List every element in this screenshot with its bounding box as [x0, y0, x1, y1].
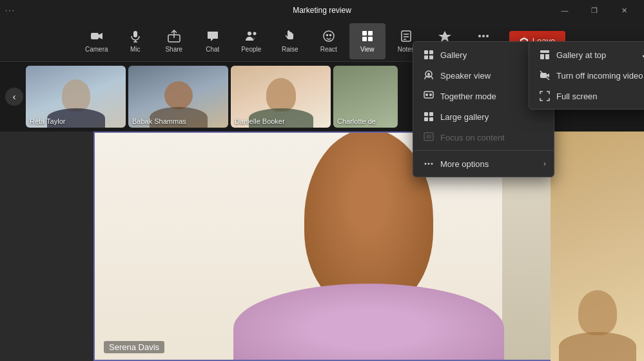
svg-rect-45	[545, 54, 549, 59]
thumbnail-2[interactable]: Babak Shammas	[128, 66, 228, 128]
svg-rect-34	[424, 112, 428, 116]
title-bar: ··· Marketing review — ❐ ✕	[0, 0, 644, 21]
mic-label: Mic	[130, 46, 141, 53]
main-video-label: Serena Davis	[104, 341, 164, 353]
title-bar-dots: ···	[5, 6, 15, 15]
menu-item-focus: Focus on content	[413, 127, 554, 148]
turn-off-video-icon	[540, 70, 550, 81]
toolbar-camera[interactable]: Camera	[79, 23, 115, 59]
svg-rect-13	[368, 31, 373, 35]
svg-point-40	[425, 163, 427, 165]
toolbar-raise[interactable]: Raise	[272, 23, 308, 59]
window-controls: — ❐ ✕	[550, 0, 639, 21]
svg-rect-44	[540, 54, 544, 59]
chat-label: Chat	[206, 46, 219, 53]
chat-icon	[206, 30, 219, 44]
svg-point-32	[425, 93, 428, 96]
gallery-top-checkmark: ✓	[641, 50, 644, 60]
menu-item-turn-off-video[interactable]: Turn off incoming video	[529, 65, 644, 86]
notes-icon	[400, 30, 413, 44]
together-label: Together mode	[440, 92, 496, 101]
svg-rect-25	[424, 50, 428, 54]
svg-point-41	[428, 163, 430, 165]
thumbnail-4[interactable]: Charlotte de	[333, 66, 398, 128]
raise-label: Raise	[282, 46, 298, 53]
gallery-top-label: Gallery at top	[556, 50, 606, 60]
toolbar-view[interactable]: View	[349, 23, 385, 59]
gallery-top-icon	[540, 50, 550, 60]
thumbnail-3[interactable]: Danielle Booker	[231, 66, 331, 128]
svg-point-7	[248, 32, 251, 35]
react-label: React	[320, 46, 337, 53]
view-icon	[361, 30, 374, 44]
close-button[interactable]: ✕	[609, 0, 639, 21]
toolbar-react[interactable]: React	[311, 23, 347, 59]
gallery-label: Gallery	[440, 50, 467, 60]
svg-rect-35	[429, 112, 433, 116]
svg-rect-39	[426, 135, 431, 139]
svg-rect-2	[133, 31, 137, 37]
menu-item-full-screen[interactable]: Full screen	[529, 86, 644, 106]
full-screen-label: Full screen	[556, 92, 598, 101]
svg-point-30	[427, 73, 430, 75]
people-icon	[245, 30, 258, 44]
toolbar-people[interactable]: People	[233, 23, 269, 59]
svg-marker-1	[99, 33, 102, 39]
side-video-panel	[551, 132, 644, 361]
share-label: Share	[165, 46, 182, 53]
thumb-name-3: Danielle Booker	[235, 117, 285, 125]
svg-rect-36	[424, 117, 428, 121]
svg-rect-43	[540, 50, 549, 53]
minimize-button[interactable]: —	[550, 0, 580, 21]
strip-prev-arrow[interactable]: ‹	[5, 88, 23, 106]
thumb-name-2: Babak Shammas	[132, 117, 186, 125]
more-options-arrow: ›	[543, 159, 546, 168]
svg-rect-0	[91, 33, 99, 39]
svg-rect-37	[429, 117, 433, 121]
svg-point-10	[326, 34, 327, 35]
svg-point-22	[482, 35, 485, 37]
view-submenu: Gallery at top ✓ Turn off incoming video…	[529, 41, 644, 110]
svg-rect-26	[429, 50, 433, 54]
svg-point-33	[429, 93, 432, 96]
svg-point-21	[478, 35, 481, 37]
focus-label: Focus on content	[440, 133, 505, 142]
speaker-label: Speaker view	[440, 71, 491, 81]
svg-point-8	[253, 32, 256, 35]
mic-icon	[129, 30, 142, 44]
toolbar-mic[interactable]: Mic	[117, 23, 153, 59]
svg-rect-12	[362, 31, 367, 35]
people-label: People	[241, 46, 261, 53]
focus-icon	[424, 132, 434, 142]
svg-point-23	[486, 35, 489, 37]
view-label: View	[360, 46, 375, 53]
full-screen-icon	[540, 91, 550, 101]
svg-rect-14	[362, 37, 367, 41]
menu-item-more-options[interactable]: More options ›	[413, 153, 554, 174]
window-title: Marketing review	[293, 6, 351, 15]
svg-marker-20	[438, 31, 451, 42]
svg-rect-27	[424, 55, 428, 59]
large-gallery-label: Large gallery	[440, 112, 489, 122]
large-gallery-icon	[424, 112, 434, 122]
gallery-icon	[424, 50, 434, 60]
svg-rect-28	[429, 55, 433, 59]
svg-rect-15	[368, 37, 373, 41]
maximize-button[interactable]: ❐	[580, 0, 609, 21]
svg-point-42	[431, 163, 433, 165]
thumb-name-1: Reta Taylor	[30, 117, 65, 125]
notes-label: Notes	[398, 46, 415, 53]
camera-icon	[90, 30, 103, 44]
toolbar-chat[interactable]: Chat	[195, 23, 231, 59]
thumb-name-4: Charlotte de	[337, 117, 376, 125]
svg-point-11	[329, 34, 331, 35]
toolbar-share[interactable]: Share	[156, 23, 192, 59]
thumbnail-1[interactable]: Reta Taylor	[26, 66, 126, 128]
camera-label: Camera	[85, 46, 108, 53]
menu-divider	[413, 150, 554, 151]
share-icon	[168, 30, 181, 44]
more-options-label: More options	[440, 159, 489, 169]
menu-item-gallery-top[interactable]: Gallery at top ✓	[529, 44, 644, 65]
raise-icon	[284, 30, 297, 44]
react-icon	[322, 30, 335, 44]
